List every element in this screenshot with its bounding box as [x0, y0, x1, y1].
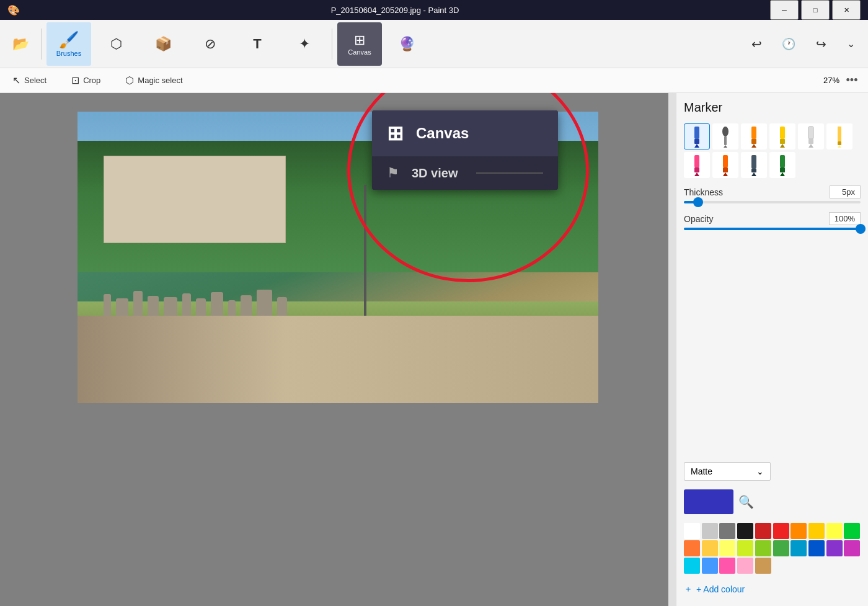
svg-rect-16 [838, 141, 841, 145]
color-swatch-10[interactable] [684, 540, 700, 556]
eyedropper-btn[interactable]: 🔍 [738, 494, 754, 509]
svg-rect-0 [694, 127, 699, 139]
color-swatch-7[interactable] [808, 523, 825, 539]
brush-item-marker[interactable] [684, 123, 710, 149]
color-swatch-23[interactable] [737, 558, 753, 574]
redo-icon: ↪ [816, 37, 826, 51]
effects-tool-btn[interactable]: ⊘ [188, 22, 232, 66]
opacity-value: 100% [829, 212, 861, 225]
brushes-tool-btn[interactable]: 🖌️ Brushes [46, 22, 91, 66]
color-swatch-1[interactable] [702, 523, 718, 539]
stone4 [148, 296, 159, 316]
color-swatch-16[interactable] [790, 540, 807, 556]
brush-item-orange2[interactable] [712, 152, 738, 178]
magic-select-btn[interactable]: ⬡ Magic select [120, 72, 187, 89]
canvas-area[interactable]: ⊞ Canvas ⚑ 3D view [0, 93, 676, 606]
color-swatch-3[interactable] [737, 523, 753, 539]
color-swatch-14[interactable] [755, 540, 771, 556]
select-btn[interactable]: ↖ Select [7, 72, 51, 89]
scroll-bar[interactable] [668, 93, 676, 606]
canvas-menu-item[interactable]: ⊞ Canvas [372, 110, 558, 156]
color-swatch-5[interactable] [773, 523, 789, 539]
svg-rect-13 [808, 139, 813, 144]
stone8 [211, 292, 223, 316]
stone11 [257, 290, 272, 316]
2dshapes-tool-btn[interactable]: ⬡ [94, 22, 138, 66]
color-swatch-15[interactable] [773, 540, 789, 556]
color-swatch-4[interactable] [755, 523, 771, 539]
svg-rect-21 [723, 155, 728, 167]
color-swatch-11[interactable] [702, 540, 718, 556]
svg-rect-9 [780, 127, 785, 139]
main-toolbar: 📂 🖌️ Brushes ⬡ 📦 ⊘ T ✦ ⊞ Canvas 🔮 ↩ 🕐 [0, 20, 868, 68]
matte-select[interactable]: Matte ⌄ [684, 462, 771, 481]
3dscene-tool-btn[interactable]: 🔮 [384, 22, 429, 66]
color-swatch-6[interactable] [790, 523, 807, 539]
svg-marker-5 [724, 145, 727, 148]
close-btn[interactable]: ✕ [832, 0, 861, 20]
crop-btn[interactable]: ⊡ Crop [66, 72, 105, 89]
color-swatch-12[interactable] [719, 540, 735, 556]
brush-item-pink[interactable] [684, 152, 710, 178]
svg-rect-27 [780, 155, 785, 167]
color-swatch-22[interactable] [719, 558, 735, 574]
brush-item-yellow[interactable] [769, 123, 795, 149]
color-swatch-19[interactable] [844, 540, 860, 556]
more-btn[interactable]: ⌄ [838, 22, 863, 66]
stickers-tool-btn[interactable]: ✦ [282, 22, 327, 66]
color-swatch-21[interactable] [702, 558, 718, 574]
matte-chevron-icon: ⌄ [756, 466, 764, 476]
undo-btn[interactable]: ↩ [742, 22, 771, 66]
redo-btn[interactable]: ↪ [806, 22, 836, 66]
thickness-thumb[interactable] [693, 197, 703, 207]
brush-item-white[interactable] [798, 123, 824, 149]
color-swatch-20[interactable] [684, 558, 700, 574]
svg-rect-10 [780, 139, 785, 144]
brush-item-dark[interactable] [741, 152, 767, 178]
app-icon: 🎨 [7, 4, 20, 16]
color-swatch-24[interactable] [755, 558, 771, 574]
color-preview[interactable] [684, 489, 733, 514]
canvas-tool-btn[interactable]: ⊞ Canvas [337, 22, 382, 66]
svg-rect-15 [838, 127, 841, 141]
add-color-icon: ＋ [684, 584, 693, 595]
zoom-more-btn[interactable]: ••• [843, 72, 861, 89]
svg-rect-25 [751, 169, 756, 172]
brush-item-pencil-yellow[interactable] [826, 123, 852, 149]
svg-marker-14 [808, 144, 813, 148]
zoom-area: 27% ••• [823, 72, 861, 89]
color-swatch-0[interactable] [684, 523, 700, 539]
brush-item-orange[interactable] [741, 123, 767, 149]
history-icon: 🕐 [782, 37, 795, 51]
opacity-track[interactable] [684, 228, 861, 230]
text-tool-btn[interactable]: T [235, 22, 280, 66]
brush-item-green[interactable] [769, 152, 795, 178]
color-swatch-8[interactable] [826, 523, 843, 539]
add-color-btn[interactable]: ＋ + Add colour [684, 580, 861, 599]
stickers-icon: ✦ [299, 36, 310, 52]
svg-rect-22 [723, 167, 728, 172]
canvas-menu-icon: ⊞ [387, 122, 404, 145]
opacity-thumb[interactable] [856, 224, 866, 234]
color-swatch-2[interactable] [719, 523, 735, 539]
3dshapes-tool-btn[interactable]: 📦 [141, 22, 185, 66]
panel-title: Marker [684, 100, 861, 115]
minimize-btn[interactable]: ─ [770, 0, 799, 20]
file-btn[interactable]: 📂 [5, 22, 36, 66]
color-swatch-17[interactable] [808, 540, 825, 556]
color-swatch-18[interactable] [826, 540, 843, 556]
svg-rect-12 [808, 127, 813, 139]
canvas-icon: ⊞ [354, 32, 365, 48]
magic-select-label: Magic select [138, 76, 182, 85]
3dshapes-icon: 📦 [155, 36, 172, 52]
zoom-value: 27% [823, 76, 839, 85]
maximize-btn[interactable]: □ [801, 0, 830, 20]
color-swatch-13[interactable] [737, 540, 753, 556]
file-icon: 📂 [12, 36, 29, 52]
history-btn[interactable]: 🕐 [774, 22, 804, 66]
opacity-label: Opacity [684, 214, 713, 224]
brush-item-calligraphy[interactable] [712, 123, 738, 149]
color-swatch-9[interactable] [844, 523, 860, 539]
view3d-menu-item[interactable]: ⚑ 3D view [372, 156, 558, 190]
thickness-track[interactable] [684, 201, 861, 203]
